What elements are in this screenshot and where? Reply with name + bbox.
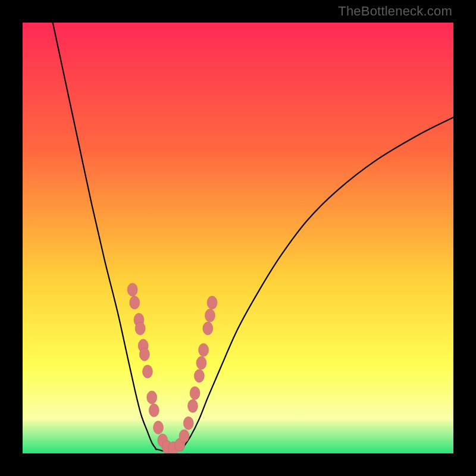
marker-point	[203, 322, 213, 335]
marker-point	[149, 404, 159, 417]
gradient-background	[23, 23, 453, 453]
plot-area	[23, 23, 453, 453]
marker-point	[130, 296, 140, 309]
marker-point	[190, 387, 200, 400]
marker-point	[127, 283, 137, 296]
marker-point	[154, 421, 164, 434]
marker-point	[205, 309, 215, 322]
marker-point	[147, 391, 157, 404]
marker-point	[135, 322, 145, 335]
marker-point	[139, 347, 149, 361]
marker-point	[194, 369, 204, 383]
chart-svg	[23, 23, 453, 453]
marker-point	[207, 296, 217, 309]
marker-point	[199, 343, 209, 356]
watermark-text: TheBottleneck.com	[338, 4, 452, 19]
marker-point	[187, 399, 198, 412]
chart-frame: TheBottleneck.com	[0, 0, 476, 476]
marker-point	[196, 356, 206, 369]
marker-point	[142, 365, 152, 378]
marker-point	[179, 430, 189, 443]
marker-point	[183, 416, 193, 430]
